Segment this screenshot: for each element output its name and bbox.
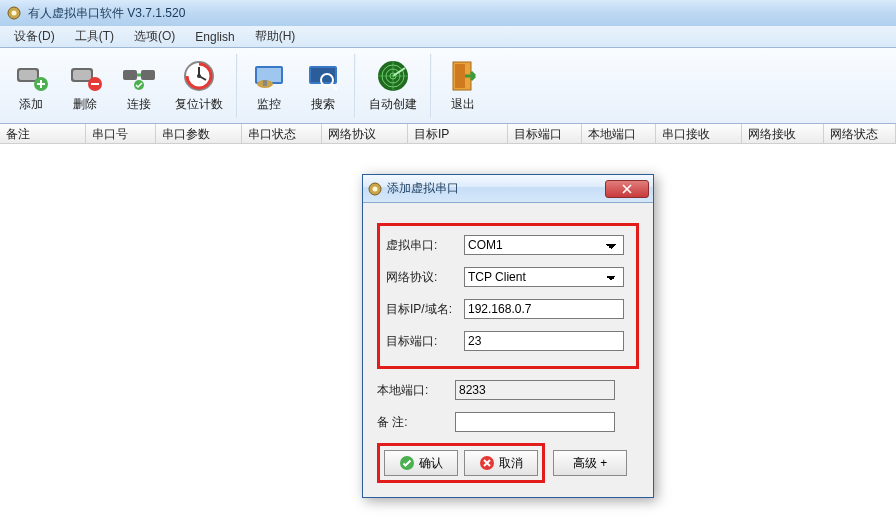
col-local-port[interactable]: 本地端口 — [582, 124, 656, 143]
label-target-port: 目标端口: — [386, 333, 464, 350]
toolbar-separator — [354, 54, 356, 118]
label-target-ip: 目标IP/域名: — [386, 301, 464, 318]
proto-select[interactable]: TCP Client — [464, 267, 624, 287]
toolbar-add-label: 添加 — [19, 96, 43, 113]
window-title: 有人虚拟串口软件 V3.7.1.520 — [28, 5, 185, 22]
highlight-box-fields: 虚拟串口: COM1 网络协议: TCP Client 目标IP/域名: 目标端… — [377, 223, 639, 369]
dialog-titlebar[interactable]: 添加虚拟串口 — [363, 175, 653, 203]
toolbar-connect-button[interactable]: 连接 — [112, 52, 166, 120]
remark-input[interactable] — [455, 412, 615, 432]
ok-icon — [399, 455, 415, 471]
plug-connect-icon — [121, 58, 157, 94]
toolbar-separator — [236, 54, 238, 118]
toolbar-delete-button[interactable]: 删除 — [58, 52, 112, 120]
add-vcom-dialog: 添加虚拟串口 虚拟串口: COM1 网络协议: TCP Client 目标IP/… — [362, 174, 654, 498]
col-com-params[interactable]: 串口参数 — [156, 124, 242, 143]
menubar: 设备(D) 工具(T) 选项(O) English 帮助(H) — [0, 26, 896, 48]
toolbar-monitor-label: 监控 — [257, 96, 281, 113]
highlight-box-buttons: 确认 取消 — [377, 443, 545, 483]
menu-help[interactable]: 帮助(H) — [245, 26, 306, 47]
vcom-select[interactable]: COM1 — [464, 235, 624, 255]
menu-english[interactable]: English — [185, 28, 244, 46]
advanced-label: 高级 + — [573, 455, 607, 472]
plug-delete-icon — [67, 58, 103, 94]
toolbar: 添加 删除 连接 复位计数 监控 — [0, 48, 896, 124]
toolbar-exit-button[interactable]: 退出 — [436, 52, 490, 120]
label-proto: 网络协议: — [386, 269, 464, 286]
toolbar-connect-label: 连接 — [127, 96, 151, 113]
svg-rect-16 — [263, 80, 267, 86]
label-vcom: 虚拟串口: — [386, 237, 464, 254]
svg-rect-25 — [455, 64, 465, 88]
local-port-input — [455, 380, 615, 400]
cancel-button[interactable]: 取消 — [464, 450, 538, 476]
svg-rect-14 — [257, 68, 281, 82]
cancel-label: 取消 — [499, 455, 523, 472]
plug-add-icon — [13, 58, 49, 94]
dialog-body: 虚拟串口: COM1 网络协议: TCP Client 目标IP/域名: 目标端… — [363, 203, 653, 497]
monitor-icon — [251, 58, 287, 94]
col-remark[interactable]: 备注 — [0, 124, 86, 143]
list-area: 添加虚拟串口 虚拟串口: COM1 网络协议: TCP Client 目标IP/… — [0, 144, 896, 519]
col-net-state[interactable]: 网络状态 — [824, 124, 896, 143]
toolbar-reset-button[interactable]: 复位计数 — [166, 52, 232, 120]
label-local-port: 本地端口: — [377, 382, 455, 399]
window-titlebar: 有人虚拟串口软件 V3.7.1.520 — [0, 0, 896, 26]
col-net-rx[interactable]: 网络接收 — [742, 124, 824, 143]
svg-point-1 — [12, 11, 17, 16]
toolbar-search-button[interactable]: 搜索 — [296, 52, 350, 120]
svg-rect-8 — [123, 70, 137, 80]
toolbar-reset-label: 复位计数 — [175, 96, 223, 113]
toolbar-exit-label: 退出 — [451, 96, 475, 113]
dialog-close-button[interactable] — [605, 180, 649, 198]
search-network-icon — [305, 58, 341, 94]
list-header-row: 备注 串口号 串口参数 串口状态 网络协议 目标IP 目标端口 本地端口 串口接… — [0, 124, 896, 144]
menu-device[interactable]: 设备(D) — [4, 26, 65, 47]
svg-rect-6 — [73, 70, 91, 80]
svg-rect-9 — [141, 70, 155, 80]
radar-icon — [375, 58, 411, 94]
menu-options[interactable]: 选项(O) — [124, 26, 185, 47]
dialog-title: 添加虚拟串口 — [387, 180, 605, 197]
app-icon — [6, 5, 22, 21]
toolbar-monitor-button[interactable]: 监控 — [242, 52, 296, 120]
ok-label: 确认 — [419, 455, 443, 472]
target-ip-input[interactable] — [464, 299, 624, 319]
label-remark: 备 注: — [377, 414, 455, 431]
svg-rect-3 — [19, 70, 37, 80]
svg-point-27 — [373, 186, 378, 191]
menu-tools[interactable]: 工具(T) — [65, 26, 124, 47]
reset-counter-icon — [181, 58, 217, 94]
col-com-no[interactable]: 串口号 — [86, 124, 156, 143]
toolbar-add-button[interactable]: 添加 — [4, 52, 58, 120]
toolbar-separator — [430, 54, 432, 118]
advanced-button[interactable]: 高级 + — [553, 450, 627, 476]
ok-button[interactable]: 确认 — [384, 450, 458, 476]
toolbar-search-label: 搜索 — [311, 96, 335, 113]
col-net-proto[interactable]: 网络协议 — [322, 124, 408, 143]
target-port-input[interactable] — [464, 331, 624, 351]
toolbar-autocreate-button[interactable]: 自动创建 — [360, 52, 426, 120]
dialog-icon — [367, 181, 383, 197]
toolbar-autocreate-label: 自动创建 — [369, 96, 417, 113]
col-com-rx[interactable]: 串口接收 — [656, 124, 742, 143]
close-icon — [622, 184, 632, 194]
col-target-ip[interactable]: 目标IP — [408, 124, 508, 143]
col-target-port[interactable]: 目标端口 — [508, 124, 582, 143]
exit-icon — [445, 58, 481, 94]
col-com-state[interactable]: 串口状态 — [242, 124, 322, 143]
toolbar-delete-label: 删除 — [73, 96, 97, 113]
cancel-icon — [479, 455, 495, 471]
svg-point-12 — [197, 74, 201, 78]
